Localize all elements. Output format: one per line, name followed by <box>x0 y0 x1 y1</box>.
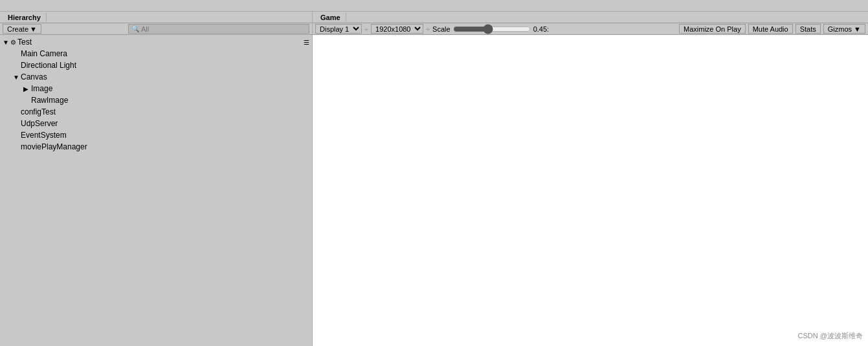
tree-label-main-camera: Main Camera <box>21 49 67 58</box>
mute-audio-button[interactable]: Mute Audio <box>748 24 793 34</box>
tree-label-image: Image <box>31 84 52 93</box>
tree-item-canvas[interactable]: ▼ Canvas <box>0 71 312 83</box>
tree-label-configtest: configTest <box>21 107 56 116</box>
game-toolbar: Display 1 ÷ 1920x1080 ÷ Scale 0.45: Maxi… <box>313 23 868 35</box>
hierarchy-tab-bar: Hierarchy <box>0 12 312 23</box>
game-panel: Game Display 1 ÷ 1920x1080 ÷ Scale 0.45:… <box>313 12 868 346</box>
dropdown-arrow-icon: ▼ <box>30 25 37 33</box>
arrow-icon-image: ▶ <box>23 85 31 92</box>
create-label: Create <box>7 25 28 33</box>
hierarchy-tree: ▼ ⚙ Test ☰ Main Camera Directional Light… <box>0 35 312 346</box>
hierarchy-tab[interactable]: Hierarchy <box>3 13 47 22</box>
tree-item-test[interactable]: ▼ ⚙ Test ☰ <box>0 36 312 48</box>
hierarchy-toolbar: Create ▼ 🔍 <box>0 23 312 35</box>
tree-label-canvas: Canvas <box>21 72 47 81</box>
gizmos-label: Gizmos <box>828 25 852 33</box>
tree-label-eventsystem: EventSystem <box>21 131 67 140</box>
tree-item-rawimage[interactable]: RawImage <box>0 94 312 106</box>
tree-item-image[interactable]: ▶ Image <box>0 83 312 94</box>
tree-item-main-camera[interactable]: Main Camera <box>0 48 312 59</box>
gizmos-button[interactable]: Gizmos ▼ <box>823 24 865 34</box>
tree-label-rawimage: RawImage <box>31 96 68 105</box>
search-input[interactable] <box>141 25 306 33</box>
arrow-icon-test: ▼ <box>3 39 10 46</box>
create-button[interactable]: Create ▼ <box>3 24 41 34</box>
main-layout: Hierarchy Create ▼ 🔍 ▼ ⚙ Test ☰ <box>0 12 868 346</box>
scale-value: 0.45: <box>533 25 549 33</box>
scale-label: Scale <box>432 25 451 33</box>
tree-label-udpserver: UdpServer <box>21 119 58 128</box>
resolution-select[interactable]: 1920x1080 <box>371 24 423 34</box>
game-tab[interactable]: Game <box>315 13 346 22</box>
stats-button[interactable]: Stats <box>796 24 821 34</box>
tree-label-movieplaymanager: moviePlayManager <box>21 142 87 151</box>
game-tab-bar: Game <box>313 12 868 23</box>
top-bar <box>0 0 868 12</box>
scene-icon: ⚙ <box>10 39 16 46</box>
toolbar-separator-2: ÷ <box>426 25 430 33</box>
tree-label-test: Test <box>17 38 32 47</box>
tree-item-movieplaymanager[interactable]: moviePlayManager <box>0 141 312 153</box>
display-select[interactable]: Display 1 <box>315 24 362 34</box>
search-bar[interactable]: 🔍 <box>128 24 309 34</box>
toolbar-separator-1: ÷ <box>364 25 368 33</box>
tree-label-directional-light: Directional Light <box>21 61 76 70</box>
watermark: CSDN @波波斯维奇 <box>798 331 863 341</box>
tree-item-configtest[interactable]: configTest <box>0 106 312 118</box>
menu-icon[interactable]: ☰ <box>304 39 312 46</box>
tree-item-eventsystem[interactable]: EventSystem <box>0 129 312 141</box>
gizmos-dropdown-icon: ▼ <box>854 25 861 33</box>
arrow-icon-canvas: ▼ <box>13 74 21 81</box>
hierarchy-panel: Hierarchy Create ▼ 🔍 ▼ ⚙ Test ☰ <box>0 12 313 346</box>
tree-item-directional-light[interactable]: Directional Light <box>0 59 312 71</box>
tree-item-udpserver[interactable]: UdpServer <box>0 118 312 129</box>
game-view-area <box>313 35 868 346</box>
scale-slider[interactable] <box>453 26 531 32</box>
search-icon: 🔍 <box>131 25 139 32</box>
maximize-on-play-button[interactable]: Maximize On Play <box>679 24 746 34</box>
